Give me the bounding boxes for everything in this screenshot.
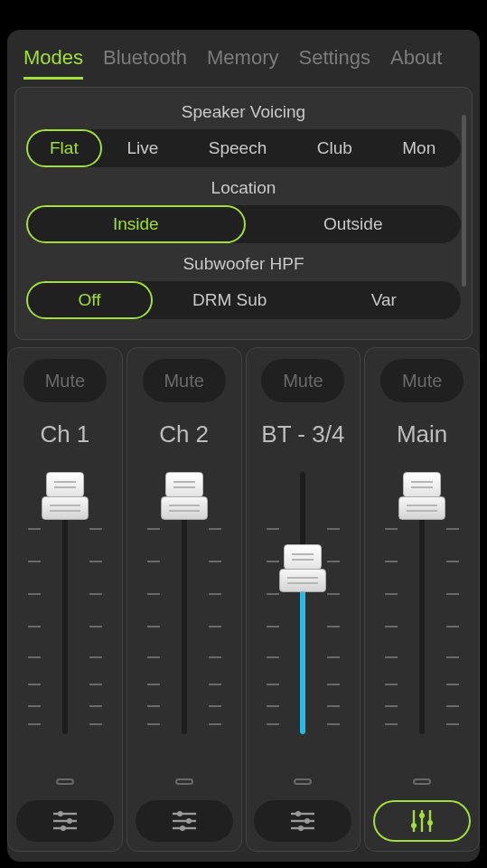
tab-about[interactable]: About: [390, 46, 443, 80]
svg-point-21: [411, 823, 417, 828]
svg-point-16: [304, 818, 310, 824]
eq-button-0[interactable]: [16, 800, 114, 842]
hpf-opt-drmsub[interactable]: DRM Sub: [153, 281, 307, 319]
voicing-segment: Flat Live Speech Club Mon: [26, 129, 461, 167]
fader-ticks: [252, 472, 355, 734]
tab-bluetooth[interactable]: Bluetooth: [103, 46, 187, 80]
location-title: Location: [26, 178, 461, 198]
tab-bar: ModesBluetoothMemorySettingsAbout: [7, 30, 480, 80]
mute-button-2[interactable]: Mute: [261, 359, 344, 402]
eq-button-3[interactable]: [373, 800, 471, 842]
svg-point-17: [298, 826, 304, 831]
location-segment: Inside Outside: [26, 205, 461, 243]
fader-area-1: [133, 472, 236, 761]
channel-name-0: Ch 1: [40, 420, 89, 448]
faders-icon: [408, 808, 435, 834]
fader-area-0: [14, 472, 117, 761]
svg-point-10: [186, 818, 192, 824]
voicing-opt-mon[interactable]: Mon: [384, 129, 454, 167]
fader-knob-2[interactable]: [279, 544, 326, 592]
fader-area-3: [370, 472, 473, 761]
voicing-opt-speech[interactable]: Speech: [191, 129, 285, 167]
tab-modes[interactable]: Modes: [23, 46, 83, 80]
svg-point-5: [61, 826, 66, 831]
hpf-opt-var[interactable]: Var: [307, 281, 462, 319]
voicing-opt-flat[interactable]: Flat: [26, 129, 102, 167]
channel-1: MuteCh 2: [126, 347, 242, 852]
mute-button-0[interactable]: Mute: [23, 359, 107, 402]
fader-knob-1[interactable]: [161, 472, 208, 520]
app-window: ModesBluetoothMemorySettingsAbout Speake…: [7, 30, 480, 862]
mixer: MuteCh 1MuteCh 2MuteBT - 3/4MuteMain: [7, 344, 480, 852]
channel-name-3: Main: [397, 420, 447, 448]
svg-point-22: [419, 813, 425, 818]
voicing-opt-club[interactable]: Club: [299, 129, 370, 167]
zero-indicator: [294, 778, 312, 785]
mute-button-3[interactable]: Mute: [380, 359, 464, 402]
svg-point-23: [427, 820, 433, 826]
fader-area-2: [252, 472, 355, 761]
tab-settings[interactable]: Settings: [298, 46, 370, 80]
svg-point-3: [58, 811, 63, 816]
channel-name-2: BT - 3/4: [261, 420, 344, 448]
mute-button-1[interactable]: Mute: [143, 359, 226, 402]
zero-indicator: [175, 778, 193, 785]
hpf-opt-off[interactable]: Off: [26, 281, 153, 319]
voicing-title: Speaker Voicing: [26, 102, 461, 122]
svg-point-15: [295, 811, 301, 816]
sliders-icon: [289, 808, 316, 834]
location-opt-outside[interactable]: Outside: [246, 205, 462, 243]
svg-point-9: [177, 811, 183, 816]
fader-knob-3[interactable]: [398, 472, 445, 520]
panel-scrollbar[interactable]: [462, 115, 466, 287]
svg-point-11: [180, 826, 185, 831]
eq-button-2[interactable]: [254, 800, 351, 842]
zero-indicator: [413, 778, 431, 785]
hpf-title: Subwoofer HPF: [26, 254, 461, 274]
svg-point-4: [67, 818, 72, 824]
channel-name-1: Ch 2: [159, 420, 209, 448]
modes-panel: Speaker Voicing Flat Live Speech Club Mo…: [14, 87, 473, 340]
channel-2: MuteBT - 3/4: [246, 347, 361, 852]
channel-0: MuteCh 1: [7, 347, 123, 852]
sliders-icon: [171, 808, 198, 834]
location-opt-inside[interactable]: Inside: [26, 205, 246, 243]
fader-knob-0[interactable]: [42, 472, 89, 520]
channel-3: MuteMain: [364, 347, 480, 852]
zero-indicator: [56, 778, 74, 785]
tab-memory[interactable]: Memory: [207, 46, 278, 80]
voicing-opt-live[interactable]: Live: [108, 129, 176, 167]
hpf-segment: Off DRM Sub Var: [26, 281, 461, 319]
eq-button-1[interactable]: [136, 800, 233, 842]
sliders-icon: [52, 808, 79, 834]
